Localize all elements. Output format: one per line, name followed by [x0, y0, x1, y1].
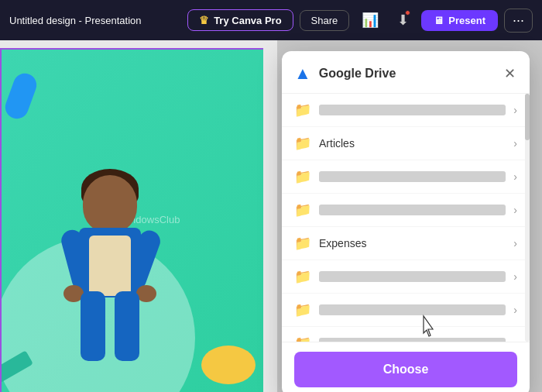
folder-item[interactable]: 📁 Expenses ›	[282, 227, 530, 260]
chevron-icon: ›	[513, 304, 517, 316]
try-canva-button[interactable]: ♛ Try Canva Pro	[187, 9, 293, 31]
google-drive-icon: ▲	[294, 64, 311, 84]
folder-icon: 📁	[294, 235, 311, 252]
folder-name	[319, 205, 506, 215]
folder-item[interactable]: 📁 ›	[282, 294, 530, 327]
folder-item[interactable]: 📁 Articles ›	[282, 127, 530, 160]
choose-button[interactable]: Choose	[294, 352, 517, 387]
character-figure	[33, 144, 187, 392]
try-canva-label: Try Canva Pro	[214, 15, 281, 26]
folder-icon: 📁	[294, 101, 311, 119]
folder-icon: 📁	[294, 201, 311, 218]
folder-item[interactable]: 📁 ›	[282, 327, 530, 342]
dialog-header: ▲ Google Drive ✕	[282, 51, 530, 94]
present-icon: 🖥	[434, 15, 444, 26]
folder-icon: 📁	[294, 268, 311, 285]
folder-name	[319, 304, 506, 315]
folder-name: Articles	[319, 137, 506, 150]
top-bar: Untitled design - Presentation ♛ Try Can…	[0, 0, 542, 40]
folder-icon: 📁	[294, 301, 311, 318]
more-button[interactable]: ···	[504, 9, 533, 33]
dialog-footer: Choose	[282, 342, 530, 392]
notification-dot	[405, 10, 410, 15]
app-title: Untitled design - Presentation	[9, 15, 142, 26]
dialog-title: Google Drive	[319, 67, 495, 81]
folder-item[interactable]: 📁 ›	[282, 94, 530, 127]
dialog-close-button[interactable]: ✕	[503, 65, 517, 82]
chevron-icon: ›	[513, 104, 517, 116]
crown-icon: ♛	[199, 14, 209, 26]
folder-item[interactable]: 📁 ›	[282, 160, 530, 194]
scrollbar-thumb[interactable]	[525, 94, 530, 140]
folder-icon: 📁	[294, 335, 311, 342]
chevron-icon: ›	[513, 237, 517, 249]
blue-decoration	[2, 70, 40, 122]
folder-item[interactable]: 📁 ›	[282, 194, 530, 227]
character-body	[63, 175, 156, 392]
share-button[interactable]: Share	[300, 10, 350, 31]
folder-list[interactable]: 📁 › 📁 Articles › 📁 ›	[282, 94, 530, 342]
scrollbar-track[interactable]	[525, 94, 530, 342]
folder-name	[319, 105, 506, 115]
folder-item[interactable]: 📁 ›	[282, 260, 530, 294]
folder-name	[319, 338, 506, 342]
folder-icon: 📁	[294, 135, 311, 152]
char-head	[83, 175, 137, 233]
folder-name	[319, 271, 506, 282]
chevron-icon: ›	[513, 337, 517, 342]
share-label: Share	[311, 15, 338, 26]
char-left-leg	[81, 291, 105, 361]
char-right-leg	[115, 291, 139, 361]
char-vest	[89, 236, 131, 296]
chevron-icon: ›	[513, 270, 517, 283]
chevron-icon: ›	[513, 170, 517, 183]
folder-icon: 📁	[294, 168, 311, 185]
download-button[interactable]: ⬇	[391, 8, 415, 33]
present-button[interactable]: 🖥 Present	[421, 10, 498, 31]
present-label: Present	[448, 15, 485, 26]
google-drive-dialog: ▲ Google Drive ✕ 📁 › 📁 Articles ›	[282, 51, 530, 392]
chevron-icon: ›	[513, 137, 517, 150]
yellow-decoration	[201, 346, 256, 384]
chart-button[interactable]: 📊	[355, 8, 385, 33]
slide-preview: 🔷 TheWindowsClub	[0, 48, 263, 392]
chevron-icon: ›	[513, 204, 517, 216]
dialog-list-wrapper: 📁 › 📁 Articles › 📁 ›	[282, 94, 530, 342]
folder-name	[319, 171, 506, 182]
more-icon: ···	[513, 12, 524, 28]
dialog-overlay: ▲ Google Drive ✕ 📁 › 📁 Articles ›	[277, 40, 542, 392]
chart-icon: 📊	[362, 12, 379, 29]
folder-name: Expenses	[319, 237, 506, 249]
